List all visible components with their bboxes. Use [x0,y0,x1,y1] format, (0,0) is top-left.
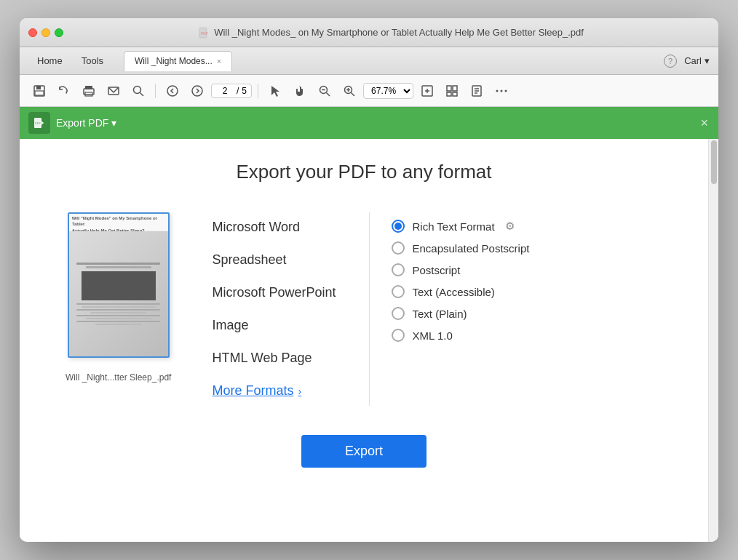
page-separator: / [237,86,239,96]
extract-button[interactable] [466,80,488,102]
svg-line-18 [352,92,355,96]
zoom-out-button[interactable] [314,80,336,102]
menubar-right: ? Carl ▾ [664,55,710,68]
radio-postscript[interactable]: Postscript [392,263,566,276]
user-menu[interactable]: Carl ▾ [684,55,710,66]
more-formats-chevron-icon: › [298,385,301,397]
pdf-preview-image [69,231,168,356]
radio-text-accessible[interactable]: Text (Accessible) [392,285,566,298]
menu-items: Home Tools [28,52,112,69]
titlebar: PDF Will _Night Modes_ on My Smartphone … [20,18,718,47]
format-powerpoint[interactable]: Microsoft PowerPoint [200,278,347,308]
export-panel: Export your PDF to any format Will "Nigh… [20,139,708,542]
export-title: Export your PDF to any format [236,161,491,183]
undo-button[interactable] [53,80,75,102]
pan-tool[interactable] [289,80,311,102]
radio-eps[interactable]: Encapsulated Postscript [392,241,566,255]
svg-marker-13 [271,86,279,97]
radio-postscript-circle[interactable] [392,263,405,276]
svg-point-11 [167,86,178,96]
svg-text:PDF: PDF [201,31,208,36]
panel-title-text: Export PDF [56,117,108,129]
settings-icon[interactable]: ⚙ [505,220,515,233]
prev-page-button[interactable] [162,80,183,102]
menu-home[interactable]: Home [28,52,71,69]
more-formats-text: More Formats [212,383,293,399]
page-nav: / 5 [211,84,252,98]
svg-line-15 [327,92,330,96]
more-formats-link[interactable]: More Formats › [200,376,347,406]
svg-rect-3 [36,86,41,89]
format-image[interactable]: Image [200,311,347,340]
export-panel-icon: PDF [28,112,50,134]
select-tool[interactable] [264,80,286,102]
svg-rect-25 [453,86,457,91]
toolbar: / 5 67.7% 50% 75% 100% [20,75,718,107]
user-label: Carl [684,55,702,66]
export-body: Will "Night Modes" on My Smartphone or T… [66,212,662,406]
tab-current[interactable]: Will _Night Modes... × [124,51,232,71]
radio-eps-label: Encapsulated Postscript [412,242,529,255]
pdf-filename: Will _Night...tter Sleep_.pdf [66,372,171,383]
radio-text-plain[interactable]: Text (Plain) [392,307,566,320]
svg-rect-26 [447,92,451,96]
main-content: Export your PDF to any format Will "Nigh… [20,139,718,542]
organize-button[interactable] [441,80,463,102]
svg-point-12 [192,86,202,96]
svg-point-33 [501,89,503,92]
email-button[interactable] [103,80,124,102]
radio-rich-text[interactable]: Rich Text Format ⚙ [392,220,566,233]
menu-tools[interactable]: Tools [73,52,112,69]
format-spreadsheet[interactable]: Spreadsheet [200,245,347,275]
right-section: Rich Text Format ⚙ Encapsulated Postscri… [392,212,566,406]
tabs: Will _Night Modes... × [124,51,664,71]
tab-close-icon[interactable]: × [217,57,221,65]
svg-point-9 [134,86,141,93]
radio-rich-text-circle[interactable] [392,220,405,233]
svg-point-32 [496,89,499,92]
app-window: PDF Will _Night Modes_ on My Smartphone … [20,18,718,542]
radio-xml[interactable]: XML 1.0 [392,329,566,342]
scrollbar-thumb[interactable] [711,140,717,184]
window-title: Will _Night Modes_ on My Smartphone or T… [214,27,584,38]
radio-text-plain-circle[interactable] [392,307,405,320]
page-input[interactable] [216,86,234,96]
export-panel-bar: PDF Export PDF ▾ × [20,107,718,139]
panel-close-button[interactable]: × [700,116,708,131]
svg-rect-6 [85,86,92,89]
svg-rect-24 [447,86,451,91]
pdf-icon: PDF [198,27,210,39]
fit-page-button[interactable] [416,80,438,102]
pdf-preview: Will "Night Modes" on My Smartphone or T… [68,212,170,358]
page-total: 5 [242,86,247,96]
panel-title[interactable]: Export PDF ▾ [56,117,116,129]
radio-text-accessible-circle[interactable] [392,285,405,298]
save-button[interactable] [28,80,50,102]
export-button[interactable]: Export [301,435,426,468]
user-chevron-icon: ▾ [705,55,710,66]
zoom-in-button[interactable] [338,80,360,102]
minimize-button[interactable] [41,28,50,37]
close-button[interactable] [28,28,37,37]
svg-line-10 [140,92,144,96]
more-tools-button[interactable] [491,80,512,102]
scrollbar[interactable] [708,139,718,542]
help-button[interactable]: ? [664,55,677,68]
pdf-preview-header: Will "Night Modes" on My Smartphone or T… [69,214,168,231]
search-button[interactable] [127,80,149,102]
format-word[interactable]: Microsoft Word [200,212,347,242]
next-page-button[interactable] [186,80,208,102]
svg-point-34 [505,89,507,92]
radio-xml-label: XML 1.0 [412,329,452,342]
zoom-select[interactable]: 67.7% 50% 75% 100% [363,83,413,99]
radio-eps-circle[interactable] [392,241,405,255]
print-button[interactable] [78,80,100,102]
menubar: Home Tools Will _Night Modes... × ? Carl… [20,47,718,75]
radio-rich-text-label: Rich Text Format [412,220,494,233]
maximize-button[interactable] [55,28,63,37]
separator-2 [258,84,258,98]
svg-rect-4 [35,91,44,95]
format-html[interactable]: HTML Web Page [200,343,347,373]
radio-xml-circle[interactable] [392,329,405,342]
radio-text-accessible-label: Text (Accessible) [412,286,494,298]
